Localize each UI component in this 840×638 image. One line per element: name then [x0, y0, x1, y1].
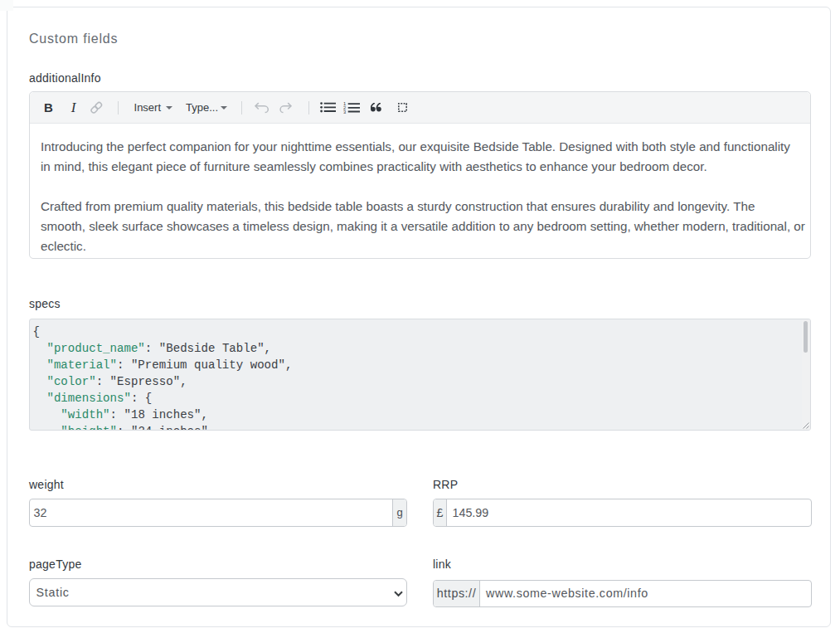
svg-text:3: 3: [343, 110, 346, 114]
